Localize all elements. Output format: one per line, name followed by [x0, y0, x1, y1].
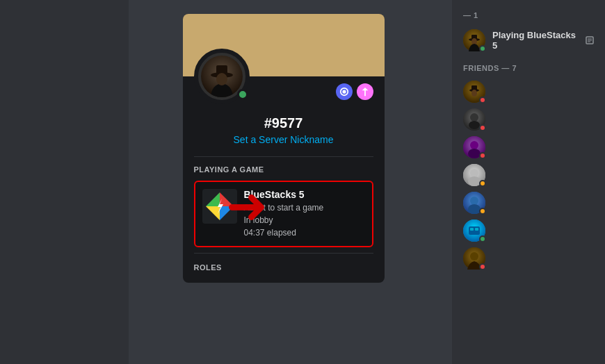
svg-rect-38 — [470, 228, 474, 231]
playing-user-info: Playing BlueStacks 5 — [492, 30, 594, 51]
friend-status-1 — [479, 97, 486, 104]
svg-marker-7 — [206, 192, 220, 206]
friend-avatar-3 — [463, 136, 485, 158]
svg-point-41 — [470, 252, 478, 260]
svg-point-35 — [468, 204, 481, 214]
roles-label: ROLES — [194, 263, 373, 272]
svg-marker-6 — [362, 88, 368, 96]
svg-point-26 — [469, 121, 480, 129]
friend-status-3 — [479, 152, 486, 159]
friend-status-2 — [479, 124, 486, 131]
friend-status-4 — [479, 180, 486, 187]
online-header: — 1 — [458, 0, 599, 25]
nitro-badge — [336, 83, 353, 100]
username-tag: #9577 — [194, 115, 373, 131]
svg-point-28 — [470, 141, 478, 149]
svg-point-5 — [342, 90, 346, 93]
friends-header: FRIENDS — 7 — [458, 56, 599, 78]
friend-avatar-4 — [463, 164, 485, 186]
main-content: ➜ — [129, 0, 452, 364]
roles-section: ROLES — [194, 263, 373, 272]
server-nickname-link[interactable]: Set a Server Nickname — [194, 134, 373, 145]
friend-row-1[interactable] — [458, 78, 599, 106]
profile-body: #9577 Set a Server Nickname PLAYING A GA… — [183, 104, 385, 283]
friend-status-5 — [479, 208, 486, 215]
friend-row-4[interactable] — [458, 161, 599, 189]
activity-section: PLAYING A GAME — [194, 165, 373, 247]
friend-row-3[interactable] — [458, 133, 599, 161]
divider — [194, 156, 373, 157]
svg-point-3 — [216, 73, 227, 85]
red-arrow: ➜ — [226, 181, 268, 231]
profile-avatar-area — [183, 49, 385, 104]
svg-rect-39 — [475, 228, 478, 231]
friend-avatar-7 — [463, 247, 485, 270]
user-online-status — [479, 45, 486, 52]
friend-status-7 — [479, 263, 486, 270]
playing-user-name: Playing BlueStacks 5 — [492, 30, 583, 51]
svg-rect-37 — [469, 226, 480, 235]
note-icon — [586, 36, 594, 44]
svg-point-25 — [470, 113, 478, 122]
profile-badges — [336, 83, 373, 100]
svg-point-32 — [468, 176, 481, 186]
svg-marker-9 — [206, 206, 220, 220]
playing-user-avatar — [463, 29, 485, 51]
left-sidebar — [0, 0, 129, 364]
svg-point-34 — [470, 197, 478, 205]
activity-box: BlueStacks 5 About to start a game In lo… — [194, 181, 373, 247]
avatar-wrapper — [194, 49, 250, 104]
friend-avatar-5 — [463, 192, 485, 214]
friend-row-6[interactable] — [458, 217, 599, 245]
online-status-indicator — [237, 89, 248, 100]
svg-point-23 — [471, 90, 477, 97]
divider-2 — [194, 253, 373, 254]
friend-row-2[interactable] — [458, 106, 599, 133]
svg-point-29 — [468, 149, 481, 158]
activity-label: PLAYING A GAME — [194, 165, 373, 174]
svg-point-31 — [470, 169, 478, 177]
friend-row-7[interactable] — [458, 245, 599, 272]
right-panel: — 1 Playing BlueStacks 5 — [452, 0, 605, 364]
boost-badge — [357, 83, 373, 100]
friend-avatar-1 — [463, 81, 485, 103]
online-user-row[interactable]: Playing BlueStacks 5 — [458, 25, 599, 56]
avatar-silhouette — [201, 56, 243, 97]
friend-row-5[interactable] — [458, 189, 599, 217]
friend-avatar-2 — [463, 108, 485, 131]
profile-card: #9577 Set a Server Nickname PLAYING A GA… — [183, 14, 385, 283]
friend-avatar-6 — [463, 220, 485, 242]
friend-status-6 — [479, 235, 486, 242]
